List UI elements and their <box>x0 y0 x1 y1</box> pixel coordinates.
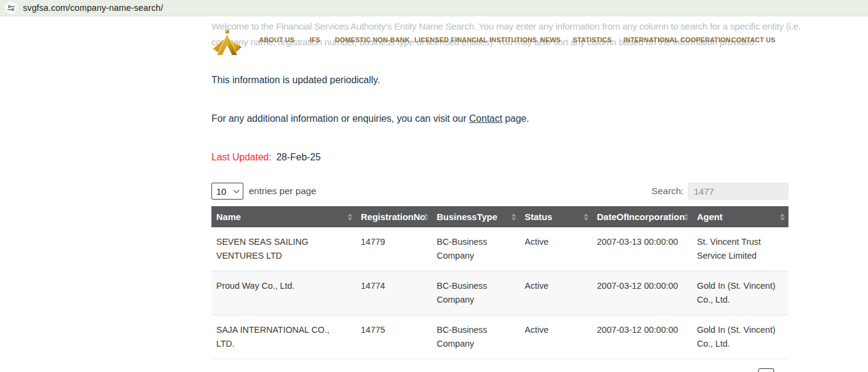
nav-item-domestic-non-bank[interactable]: DOMESTIC NON-BANK <box>335 36 410 43</box>
fsa-logo-icon[interactable] <box>212 28 242 57</box>
entries-per-page-value: 10 <box>216 186 226 197</box>
sort-icon[interactable] <box>348 213 352 221</box>
cell-business-type: BC-Business Company <box>432 315 520 359</box>
contact-text-post: page. <box>502 113 529 124</box>
column-header-name[interactable]: Name <box>211 206 356 227</box>
cell-name: SEVEN SEAS SAILING VENTURES LTD <box>211 227 356 271</box>
entries-per-page-label: entries per page <box>249 186 316 197</box>
search-label: Search: <box>652 186 684 197</box>
nav-item-licensed-financial-institutions[interactable]: LICENSED FINANCIAL INSTITUTIONS <box>414 36 537 43</box>
pagination: ‹ 1 › <box>744 368 788 372</box>
sort-icon[interactable] <box>511 213 516 221</box>
sort-icon[interactable] <box>684 213 688 221</box>
last-updated-label: Last Updated: <box>211 152 272 162</box>
cell-agent: Gold In (St. Vincent) Co., Ltd. <box>692 315 788 359</box>
cell-name: Proud Way Co., Ltd. <box>211 271 356 315</box>
table-row[interactable]: SEVEN SEAS SAILING VENTURES LTD 14779 BC… <box>211 227 788 271</box>
cell-business-type: BC-Business Company <box>432 271 520 315</box>
search-input[interactable] <box>688 183 788 200</box>
cell-status: Active <box>520 227 592 271</box>
column-header-dateofincorporation[interactable]: DateOfIncorporation <box>592 206 692 227</box>
cell-date-of-incorporation: 2007-03-13 00:00:00 <box>592 227 692 271</box>
site-settings-icon[interactable] <box>5 2 17 14</box>
column-header-status[interactable]: Status <box>520 206 592 227</box>
cell-registration-no: 14775 <box>356 315 432 359</box>
column-header-businesstype[interactable]: BusinessType <box>432 206 520 227</box>
browser-url-bar: svgfsa.com/company-name-search/ <box>0 0 868 16</box>
results-table: Name RegistrationNo BusinessType Status … <box>211 206 788 359</box>
contact-paragraph: For any additional information or enquir… <box>211 113 788 125</box>
address-url[interactable]: svgfsa.com/company-name-search/ <box>23 3 163 13</box>
nav-item-ifs[interactable]: IFS <box>310 36 320 43</box>
table-controls: 10 entries per page Search: <box>211 183 788 200</box>
cell-name: SAJA INTERNATIONAL CO., LTD. <box>211 315 356 359</box>
sort-icon[interactable] <box>584 213 589 221</box>
cell-agent: St. Vincent Trust Service Limited <box>692 227 788 271</box>
welcome-text-line1: Welcome to the Financial Services Author… <box>211 21 801 32</box>
cell-registration-no: 14774 <box>356 271 432 315</box>
contact-text-pre: For any additional information or enquir… <box>211 113 469 124</box>
column-header-agent[interactable]: Agent <box>692 206 788 227</box>
chevron-down-icon <box>234 187 240 193</box>
table-row[interactable]: SAJA INTERNATIONAL CO., LTD. 14775 BC-Bu… <box>211 315 788 359</box>
column-header-registrationno[interactable]: RegistrationNo <box>356 206 432 227</box>
page-number-button[interactable]: 1 <box>758 368 774 372</box>
entries-per-page-select[interactable]: 10 <box>211 183 243 200</box>
contact-link[interactable]: Contact <box>469 113 502 124</box>
last-updated: Last Updated:28-Feb-25 <box>211 152 788 163</box>
cell-status: Active <box>520 271 592 315</box>
nav-item-news[interactable]: NEWS <box>540 36 561 43</box>
nav-item-contact-us[interactable]: CONTACT US <box>731 36 775 43</box>
cell-business-type: BC-Business Company <box>432 227 520 271</box>
hero-header: Welcome to the Financial Services Author… <box>211 16 788 74</box>
table-footer: Showing 1 to 3 of 3 entries (filtered fr… <box>211 368 788 372</box>
nav-item-international-cooperation[interactable]: INTERNATIONAL COOPERATION <box>623 36 731 43</box>
nav-item-statistics[interactable]: STATISTICS <box>573 36 612 43</box>
cell-agent: Gold In (St. Vincent) Co., Ltd. <box>692 271 788 315</box>
last-updated-value: 28-Feb-25 <box>276 152 321 162</box>
cell-status: Active <box>520 315 592 359</box>
cell-registration-no: 14779 <box>356 227 432 271</box>
table-header-row: Name RegistrationNo BusinessType Status … <box>211 206 788 227</box>
table-row[interactable]: Proud Way Co., Ltd. 14774 BC-Business Co… <box>211 271 788 315</box>
cell-date-of-incorporation: 2007-03-12 00:00:00 <box>592 315 692 359</box>
sort-icon[interactable] <box>780 213 785 221</box>
updated-note: This information is updated periodically… <box>211 74 788 86</box>
nav-item-about-us[interactable]: ABOUT US <box>259 36 295 43</box>
cell-date-of-incorporation: 2007-03-12 00:00:00 <box>592 271 692 315</box>
sort-icon[interactable] <box>423 213 428 221</box>
